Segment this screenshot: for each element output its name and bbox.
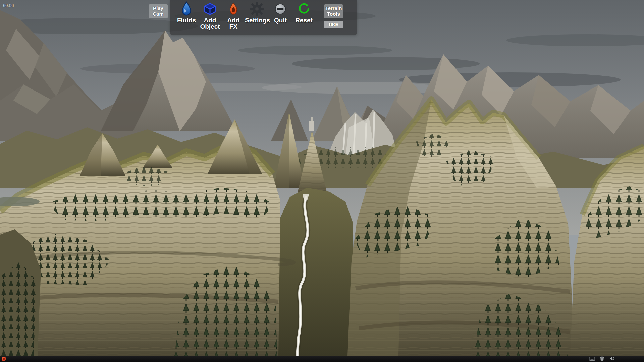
terrain-viewport[interactable]	[0, 0, 644, 356]
tool-label: Add Object	[199, 17, 221, 30]
tool-item-quit[interactable]: Quit	[269, 1, 292, 30]
minus-circle-icon	[274, 1, 287, 17]
terrain-tools-button[interactable]: Terrain Tools	[324, 4, 343, 18]
tool-item-add-object[interactable]: Add Object	[199, 1, 221, 30]
tray-keyboard-icon[interactable]	[589, 357, 595, 361]
tool-item-settings[interactable]: Settings	[246, 1, 268, 30]
gear-icon	[250, 1, 264, 17]
tray-volume-icon[interactable]	[609, 356, 614, 361]
system-tray	[589, 356, 614, 361]
taskbar-app-red-icon[interactable]	[1, 356, 6, 361]
flame-icon	[228, 1, 239, 17]
water-drop-icon	[180, 1, 193, 17]
tool-label: Settings	[245, 17, 269, 23]
hide-button[interactable]: Hide	[324, 21, 343, 28]
taskbar	[0, 356, 644, 362]
tool-label: Reset	[295, 17, 313, 23]
landscape-render	[0, 0, 644, 356]
tool-item-add-fx[interactable]: Add FX	[222, 1, 245, 30]
tray-globe-icon[interactable]	[600, 356, 604, 361]
tool-label: Quit	[274, 17, 287, 23]
tool-label: Add FX	[226, 17, 240, 30]
tool-group: Fluids Add Object	[175, 1, 315, 30]
hud-fps-counter: 60.06	[3, 3, 14, 8]
reset-arc-icon	[298, 1, 310, 17]
tool-item-reset[interactable]: Reset	[292, 1, 315, 30]
tool-item-fluids[interactable]: Fluids	[175, 1, 198, 30]
play-cam-button[interactable]: Play Cam	[149, 4, 168, 18]
tool-label: Fluids	[177, 17, 196, 23]
cube-icon	[203, 1, 217, 17]
